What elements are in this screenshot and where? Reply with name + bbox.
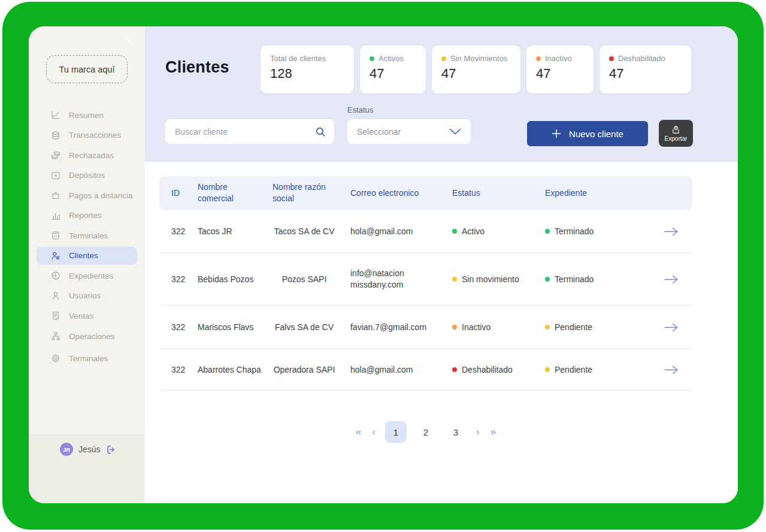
stat-value: 47 <box>441 66 511 81</box>
sidebar-item-transacciones[interactable]: Transacciones <box>37 126 137 144</box>
open-row-button[interactable] <box>664 365 679 375</box>
stat-card-total: Total de clientes 128 <box>261 46 354 93</box>
pagination-next-button[interactable]: › <box>475 426 481 438</box>
cell-id: 322 <box>159 359 192 380</box>
sidebar-item-label: Clientes <box>69 251 98 260</box>
page-header: Clientes Total de clientes 128 Activos 4… <box>145 26 738 162</box>
bar-chart-icon <box>51 211 60 220</box>
cell-id: 322 <box>159 269 192 290</box>
pagination-last-button[interactable]: » <box>489 426 497 438</box>
sidebar-item-rechazadas[interactable]: Rechazadas <box>37 146 137 164</box>
stat-card-inactivo: Inactivo 47 <box>526 46 594 93</box>
receipt-icon <box>51 311 60 321</box>
pagination-page-3[interactable]: 3 <box>445 421 467 443</box>
status-dot <box>545 325 550 330</box>
content-area: ID Nombre comercial Nombre razón social … <box>145 162 738 503</box>
stat-card-activos: Activos 47 <box>360 46 426 93</box>
cell-estatus: Deshabilitado <box>446 359 539 380</box>
cell-expediente: Pendiente <box>539 317 647 338</box>
sidebar-item-reportes[interactable]: Reportes <box>37 207 137 225</box>
arrow-right-icon <box>664 274 679 285</box>
cell-actions <box>647 222 692 241</box>
sidebar: × Tu marca aquí Resumen Transacciones Re… <box>29 26 145 503</box>
export-button[interactable]: Exportar <box>659 120 693 147</box>
stat-value: 128 <box>270 66 344 81</box>
sidebar-item-depositos[interactable]: Depósitos <box>37 167 137 185</box>
table-row: 322 Abarrotes Chapa Operadora SAPI hola@… <box>159 349 692 391</box>
arrow-right-icon <box>664 226 679 237</box>
sidebar-item-expedientes[interactable]: Expedientes <box>37 267 137 285</box>
cell-razon-social: Pozos SAPI <box>267 269 344 290</box>
table-header-row: ID Nombre comercial Nombre razón social … <box>159 176 692 210</box>
deposit-box-icon <box>51 171 60 180</box>
status-filter-select[interactable]: Seleccionar <box>347 119 471 144</box>
sidebar-item-terminales[interactable]: Terminales <box>37 226 137 244</box>
sidebar-item-operaciones[interactable]: Operaciones <box>37 327 137 345</box>
cell-estatus: Inactivo <box>446 317 539 338</box>
sidebar-item-label: Transacciones <box>69 131 121 140</box>
pagination-page-2[interactable]: 2 <box>415 421 437 443</box>
sidebar-item-clientes[interactable]: Clientes <box>37 247 137 265</box>
status-dot <box>452 367 457 372</box>
new-client-button[interactable]: Nuevo cliente <box>527 121 648 146</box>
logout-button[interactable] <box>106 443 116 456</box>
column-header-razon-social: Nombre razón social <box>267 177 344 209</box>
stat-label: Total de clientes <box>270 54 344 63</box>
search-input[interactable] <box>174 126 315 137</box>
open-row-button[interactable] <box>664 274 679 285</box>
sidebar-item-label: Operaciones <box>69 332 115 341</box>
users-icon <box>51 251 60 261</box>
sidebar-item-pagos-a-distancia[interactable]: Pagos a distancia <box>37 186 137 204</box>
cell-razon-social: Tacos SA de CV <box>267 221 344 242</box>
stats-row: Total de clientes 128 Activos 47 Sin Mov… <box>261 46 691 93</box>
sidebar-item-resumen[interactable]: Resumen <box>37 106 137 124</box>
coins-rejected-icon <box>51 150 60 160</box>
cell-estatus: Sin movimiento <box>446 269 539 290</box>
cell-nombre-comercial: Abarrotes Chapa <box>192 359 267 380</box>
avatar: JR <box>60 443 73 456</box>
sidebar-item-ventas[interactable]: Ventas <box>37 307 137 325</box>
stat-card-sin-movimientos: Sin Movimientos 47 <box>432 46 520 93</box>
cell-id: 322 <box>159 221 192 242</box>
status-dot <box>536 56 541 61</box>
pos-terminal-icon <box>51 231 60 240</box>
status-dot <box>545 229 550 234</box>
page-title: Clientes <box>165 58 229 77</box>
pagination-page-1[interactable]: 1 <box>385 421 407 443</box>
sidebar-item-usuarios[interactable]: Usuarios <box>37 287 137 305</box>
open-row-button[interactable] <box>664 322 679 332</box>
cell-correo: info@natacion missdany.com <box>344 263 446 295</box>
select-value: Seleccionar <box>357 127 401 137</box>
sidebar-item-label: Rechazadas <box>69 151 114 160</box>
stat-label: Sin Movimientos <box>441 54 511 63</box>
status-dot <box>370 56 374 61</box>
cell-nombre-comercial: Tacos JR <box>192 221 267 242</box>
sidebar-item-label: Ventas <box>69 312 93 321</box>
logout-icon <box>106 445 116 455</box>
plus-icon <box>552 129 561 138</box>
cell-nombre-comercial: Bebidas Pozos <box>192 269 267 290</box>
arrow-right-icon <box>664 322 679 332</box>
sidebar-item-label: Terminales <box>69 231 108 240</box>
cell-actions <box>647 270 692 289</box>
sidebar-footer: JR Jesús <box>29 434 145 503</box>
pagination-first-button[interactable]: « <box>355 426 362 438</box>
sidebar-item-label: Depósitos <box>69 171 105 180</box>
close-icon[interactable]: × <box>126 36 132 46</box>
search-icon <box>315 126 326 137</box>
user-name: Jesús <box>78 443 101 456</box>
sidebar-item-label: Reportes <box>69 211 102 220</box>
table-row: 322 Mariscos Flavs Falvs SA de CV favian… <box>159 306 692 349</box>
cell-actions <box>647 360 692 380</box>
cell-correo: favian.7@gmail.com <box>344 317 446 338</box>
cell-expediente: Terminado <box>539 269 647 290</box>
chevron-down-icon <box>449 128 461 135</box>
status-dot <box>452 325 457 330</box>
column-header-nombre-comercial: Nombre comercial <box>192 177 267 209</box>
pagination-prev-button[interactable]: ‹ <box>371 426 377 438</box>
pagination: « ‹ 1 2 3 › » <box>159 421 692 443</box>
pie-chart-icon <box>51 271 60 280</box>
sidebar-item-terminales-config[interactable]: Terminales <box>37 349 137 367</box>
table-row: 322 Tacos JR Tacos SA de CV hola@gmail.c… <box>159 210 692 253</box>
open-row-button[interactable] <box>664 226 679 237</box>
